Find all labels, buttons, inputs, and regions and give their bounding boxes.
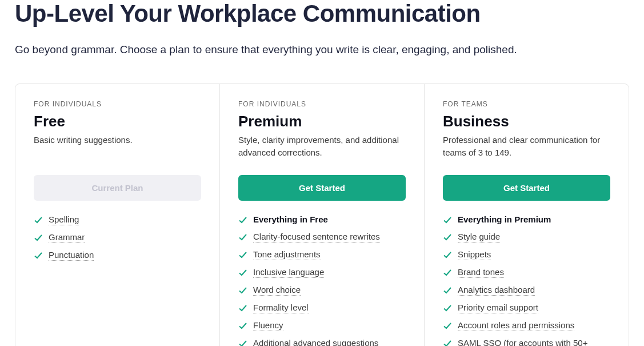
feature-item: Tone adjustments — [238, 249, 406, 260]
feature-label: Additional advanced suggestions — [253, 338, 378, 346]
plan-name: Premium — [238, 113, 406, 130]
plan-premium: FOR INDIVIDUALS Premium Style, clarity i… — [220, 84, 425, 346]
current-plan-button: Current Plan — [34, 175, 201, 201]
feature-label: Fluency — [253, 320, 283, 331]
feature-label: Account roles and permissions — [458, 320, 574, 331]
plan-audience: FOR INDIVIDUALS — [34, 100, 201, 108]
feature-item: Account roles and permissions — [443, 320, 610, 331]
feature-label: Tone adjustments — [253, 249, 321, 260]
feature-label: Snippets — [458, 249, 491, 260]
feature-label: Spelling — [49, 214, 79, 225]
feature-item: Grammar — [34, 232, 201, 243]
check-icon — [34, 251, 43, 260]
plan-name: Business — [443, 113, 610, 130]
check-icon — [238, 250, 247, 260]
feature-label: Analytics dashboard — [458, 285, 535, 296]
feature-item: Analytics dashboard — [443, 285, 610, 296]
feature-item: Clarity-focused sentence rewrites — [238, 232, 406, 242]
check-icon — [238, 321, 247, 331]
check-icon — [443, 286, 452, 295]
feature-label: Brand tones — [458, 267, 504, 278]
feature-item: Inclusive language — [238, 267, 406, 278]
check-icon — [238, 304, 247, 313]
feature-label: Style guide — [458, 232, 500, 242]
feature-label: Clarity-focused sentence rewrites — [253, 232, 380, 242]
feature-item: Style guide — [443, 232, 610, 242]
feature-item: Word choice — [238, 285, 406, 296]
feature-label: SAML SSO (for accounts with 50+ users) — [458, 338, 610, 346]
feature-label: Inclusive language — [253, 267, 324, 278]
feature-label: Grammar — [49, 232, 85, 243]
plan-free: FOR INDIVIDUALS Free Basic writing sugge… — [15, 84, 220, 346]
get-started-button[interactable]: Get Started — [238, 175, 406, 201]
feature-item: Brand tones — [443, 267, 610, 278]
feature-item: Formality level — [238, 303, 406, 313]
feature-item: Everything in Premium — [443, 214, 610, 225]
feature-label: Formality level — [253, 303, 309, 313]
plans-grid: FOR INDIVIDUALS Free Basic writing sugge… — [15, 83, 629, 346]
feature-label: Priority email support — [458, 303, 538, 313]
page-subtitle: Go beyond grammar. Choose a plan to ensu… — [15, 43, 629, 56]
plan-name: Free — [34, 113, 201, 130]
plan-audience: FOR INDIVIDUALS — [238, 100, 406, 108]
feature-item: SAML SSO (for accounts with 50+ users) — [443, 338, 610, 346]
check-icon — [34, 216, 43, 225]
check-icon — [443, 216, 452, 225]
plan-audience: FOR TEAMS — [443, 100, 610, 108]
check-icon — [238, 233, 247, 242]
get-started-button[interactable]: Get Started — [443, 175, 610, 201]
feature-item: Spelling — [34, 214, 201, 225]
check-icon — [238, 268, 247, 277]
feature-item: Everything in Free — [238, 214, 406, 225]
feature-item: Fluency — [238, 320, 406, 331]
check-icon — [34, 233, 43, 242]
check-icon — [443, 233, 452, 242]
check-icon — [443, 339, 452, 346]
feature-item: Additional advanced suggestions — [238, 338, 406, 346]
check-icon — [238, 339, 247, 346]
feature-item: Punctuation — [34, 250, 201, 261]
check-icon — [238, 286, 247, 295]
page-title: Up-Level Your Workplace Communication — [15, 0, 629, 27]
plan-business: FOR TEAMS Business Professional and clea… — [425, 84, 629, 346]
feature-label: Everything in Free — [253, 214, 328, 225]
check-icon — [443, 250, 452, 260]
feature-item: Priority email support — [443, 303, 610, 313]
check-icon — [443, 268, 452, 277]
check-icon — [443, 321, 452, 331]
check-icon — [238, 216, 247, 225]
plan-description: Basic writing suggestions. — [34, 134, 201, 159]
plan-description: Style, clarity improvements, and additio… — [238, 134, 406, 159]
feature-item: Snippets — [443, 249, 610, 260]
feature-label: Word choice — [253, 285, 301, 296]
feature-label: Everything in Premium — [458, 214, 551, 225]
check-icon — [443, 304, 452, 313]
feature-list: Everything in Free Clarity-focused sente… — [238, 214, 406, 346]
feature-label: Punctuation — [49, 250, 94, 261]
feature-list: Spelling Grammar Punctuation — [34, 214, 201, 261]
plan-description: Professional and clear communication for… — [443, 134, 610, 159]
feature-list: Everything in Premium Style guide Snippe… — [443, 214, 610, 346]
